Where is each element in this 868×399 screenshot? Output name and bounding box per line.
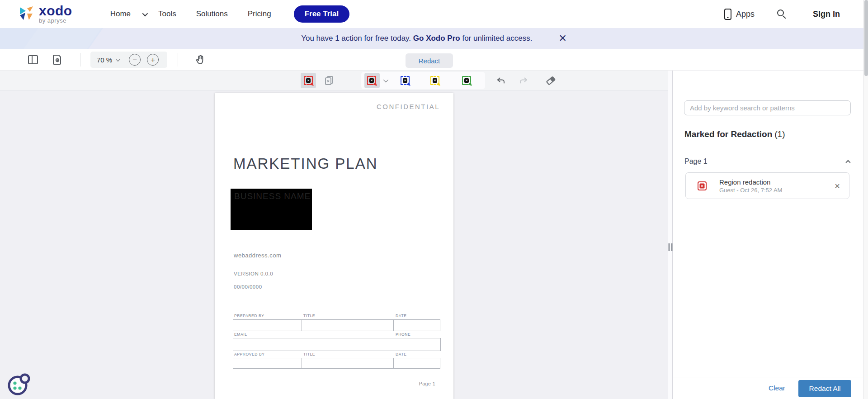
nav-pricing[interactable]: Pricing [238,10,281,19]
form-label-phone: PHONE [394,332,441,338]
sidebar-toggle-icon[interactable] [28,55,38,64]
redaction-item-title: Region redaction [719,178,782,186]
chevron-down-icon[interactable] [383,79,387,82]
page-group-label: Page 1 [684,157,708,166]
redaction-toolbar: × × × × × [0,71,668,90]
form-label-approved-by: APPROVED BY [233,352,302,358]
remove-redaction-icon[interactable]: × [835,181,840,190]
redaction-count: (1) [774,129,785,139]
resize-grip-icon [668,243,672,251]
xodo-logo[interactable]: xodo by apryse [18,5,72,24]
redact-all-button[interactable]: Redact All [798,380,851,397]
form-label-title: TITLE [302,314,394,319]
nav-solutions[interactable]: Solutions [186,10,238,19]
zoom-level-value: 70 % [97,56,112,64]
view-toolbar: 70 % − + Redact [0,49,868,71]
redaction-style-blue-icon[interactable]: × [401,76,410,85]
chevron-down-icon [116,57,120,62]
nav-home[interactable]: Home [100,10,141,19]
redaction-item-meta: Guest - Oct 26, 7:52 AM [719,187,782,194]
free-trial-button[interactable]: Free Trial [294,5,350,23]
form-field [302,319,394,331]
document-page: CONFIDENTIAL MARKETING PLAN BUSINESS NAM… [215,93,453,399]
region-redaction-tool-icon[interactable]: × [304,76,313,85]
panel-footer: Clear Redact All [673,377,863,399]
panel-title: Marked for Redaction(1) [684,129,785,139]
page-number-footer: Page 1 [419,381,435,386]
redaction-style-green-icon[interactable]: × [462,76,471,85]
redaction-style-yellow-icon[interactable]: × [430,76,439,85]
confidential-watermark: CONFIDENTIAL [377,103,440,110]
form-field [233,319,302,331]
form-field [302,358,394,369]
chevron-down-icon[interactable] [142,10,148,16]
clear-button[interactable]: Clear [769,384,785,392]
zoom-controls: 70 % − + [90,52,167,68]
panel-resize-handle[interactable] [668,71,673,399]
form-label-prepared-by: PREPARED BY [233,314,302,319]
main-nav: Home Tools Solutions Pricing [100,10,281,19]
keyword-search-input[interactable] [684,100,851,115]
go-xodo-pro-link[interactable]: Go Xodo Pro [413,34,460,43]
logo-byline-text: by apryse [39,17,72,24]
page-redaction-tool-icon[interactable] [324,75,335,86]
region-redaction-annotation[interactable]: BUSINESS NAME [231,189,312,230]
cookie-icon [6,373,30,396]
form-field [393,319,440,331]
document-viewer[interactable]: CONFIDENTIAL MARKETING PLAN BUSINESS NAM… [0,90,668,399]
page-settings-icon[interactable] [52,54,62,65]
zoom-in-button[interactable]: + [147,54,159,66]
cookie-consent-button[interactable] [6,373,30,396]
form-field [393,358,440,369]
web-address-text: webaddress.com [234,252,281,259]
form-field [233,358,302,369]
pan-tool-icon[interactable] [194,54,206,66]
sign-in-button[interactable]: Sign in [813,10,840,19]
toolbar-divider [80,53,80,66]
banner-close-icon[interactable]: ✕ [558,33,566,43]
page-group-header[interactable]: Page 1 [684,157,851,166]
nav-divider [800,9,800,19]
document-form: PREPARED BY TITLE DATE EMAIL PHONE APPRO… [233,313,441,369]
region-redaction-icon: × [698,181,707,190]
redaction-list-item[interactable]: × Region redaction Guest - Oct 26, 7:52 … [685,172,849,199]
toolbar-divider [178,53,178,66]
page-scrollbar[interactable] [863,0,868,399]
scrollbar-thumb[interactable] [864,0,868,76]
redact-mode-button[interactable]: Redact [406,53,453,68]
date-text: 00/00/0000 [234,284,262,290]
logo-brand-text: xodo [39,5,72,17]
zoom-out-button[interactable]: − [129,54,141,66]
banner-message: You have 1 action for free today. Go Xod… [301,34,532,43]
form-label-date: DATE [394,314,441,319]
smartphone-icon [724,9,731,20]
nav-tools[interactable]: Tools [148,10,186,19]
undo-icon[interactable] [495,75,506,86]
top-navbar: xodo by apryse Home Tools Solutions Pric… [0,0,868,28]
chevron-up-icon [845,160,850,165]
eraser-icon[interactable] [545,75,557,86]
zoom-level-dropdown[interactable]: 70 % [97,56,119,64]
apps-label: Apps [736,10,755,19]
logo-mark-icon [18,5,35,23]
redacted-text: BUSINESS NAME [234,191,311,201]
apps-button[interactable]: Apps [724,9,755,20]
redo-icon[interactable] [518,75,529,86]
document-title: MARKETING PLAN [233,155,378,172]
promo-banner: You have 1 action for free today. Go Xod… [0,28,868,49]
form-label-date: DATE [394,352,441,358]
form-label-email: EMAIL [233,332,394,338]
redaction-style-red-icon[interactable]: × [367,76,376,85]
version-text: VERSION 0.0.0 [234,271,273,276]
form-label-title: TITLE [302,352,394,358]
redaction-panel: Marked for Redaction(1) Page 1 × Region … [673,71,863,399]
form-field [233,338,394,351]
search-button[interactable] [776,9,787,19]
form-field [394,338,441,351]
